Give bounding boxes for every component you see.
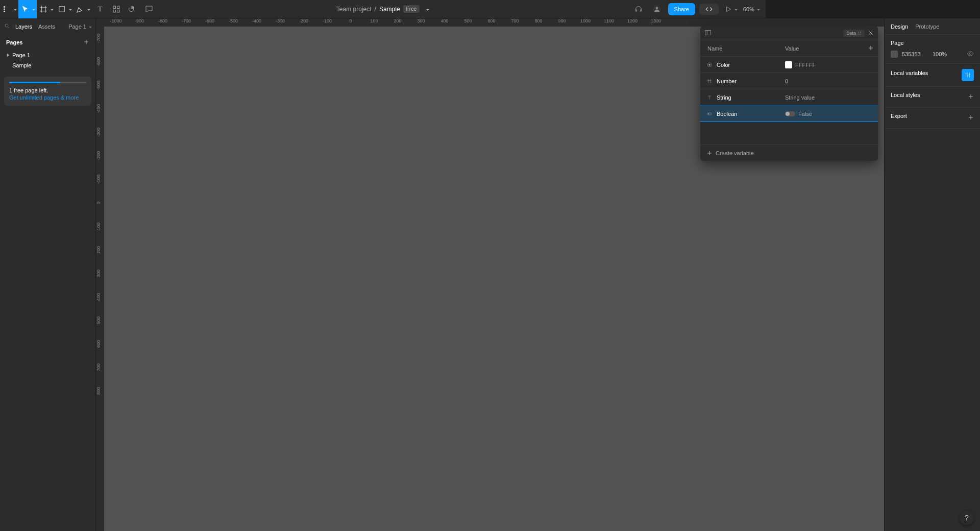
- ruler-tick: 300: [409, 18, 433, 27]
- create-variable-button[interactable]: Create variable: [700, 144, 766, 161]
- resources-button[interactable]: [108, 0, 125, 18]
- variable-name: Color: [717, 62, 766, 68]
- ruler-tick: 300: [96, 261, 104, 285]
- ruler-tick: 0: [96, 191, 104, 214]
- file-name[interactable]: Sample: [379, 6, 400, 13]
- ruler-tick: 900: [550, 18, 574, 27]
- add-page-button[interactable]: [83, 39, 89, 46]
- file-menu-chevron[interactable]: [425, 6, 429, 12]
- svg-point-9: [655, 7, 658, 9]
- avatar-icon: [652, 5, 662, 14]
- chevron-down-icon: [12, 6, 16, 12]
- chevron-down-icon: [49, 6, 53, 12]
- ruler-tick: -700: [96, 27, 104, 50]
- sidebar-toggle-button[interactable]: [704, 29, 712, 37]
- number-variable-icon: [706, 78, 714, 84]
- page-item[interactable]: Page 1: [0, 50, 95, 60]
- ruler-tick: -1000: [104, 18, 128, 27]
- svg-point-13: [709, 64, 710, 65]
- frame-icon: [39, 5, 48, 14]
- svg-rect-0: [4, 6, 5, 8]
- ruler-tick: 1200: [621, 18, 644, 27]
- pen-tool-button[interactable]: [74, 0, 92, 18]
- ruler-tick: 1000: [574, 18, 597, 27]
- ruler-tick: -400: [96, 97, 104, 120]
- ruler-corner: [96, 18, 104, 27]
- toolbar-left: [0, 0, 157, 18]
- variable-row-string[interactable]: String String value: [700, 89, 766, 106]
- variables-header: Beta: [700, 26, 766, 40]
- present-button[interactable]: [723, 6, 739, 13]
- ruler-tick: -800: [151, 18, 175, 27]
- layer-item[interactable]: Sample: [0, 60, 95, 70]
- text-icon: [95, 5, 105, 14]
- ruler-tick: -400: [245, 18, 268, 27]
- ruler-vertical: -700-600-500-400-300-200-100010020030040…: [96, 27, 104, 415]
- ruler-tick: -200: [292, 18, 315, 27]
- left-panel-tabs: Layers Assets Page 1: [0, 18, 95, 35]
- main-menu-button[interactable]: [0, 0, 18, 18]
- ruler-tick: -900: [128, 18, 151, 27]
- svg-rect-2: [4, 11, 5, 12]
- ruler-tick: 600: [96, 332, 104, 355]
- chevron-down-icon: [755, 6, 760, 12]
- move-tool-button[interactable]: [18, 0, 37, 18]
- zoom-value: 60%: [743, 6, 754, 12]
- svg-point-10: [5, 24, 8, 27]
- chevron-down-icon: [87, 23, 91, 30]
- team-project-link[interactable]: Team project: [336, 6, 372, 13]
- banner-upgrade-link[interactable]: Get unlimited pages & more: [9, 94, 86, 101]
- svg-rect-4: [113, 6, 116, 9]
- ruler-tick: 700: [503, 18, 527, 27]
- ruler-tick: 600: [480, 18, 503, 27]
- variable-name: Number: [717, 78, 766, 84]
- hand-tool-button[interactable]: [125, 0, 141, 18]
- triangle-right-icon: [6, 53, 10, 57]
- share-button[interactable]: Share: [668, 3, 695, 15]
- panel-icon: [704, 29, 712, 36]
- variable-name: String: [717, 94, 766, 101]
- ruler-tick: -100: [96, 167, 104, 191]
- file-breadcrumb: Team project / Sample Free: [336, 5, 429, 13]
- ruler-tick: 800: [96, 379, 104, 402]
- ruler-tick: 1300: [644, 18, 668, 27]
- frame-tool-button[interactable]: [37, 0, 55, 18]
- tab-assets[interactable]: Assets: [35, 21, 58, 32]
- page-name: Page 1: [12, 52, 30, 58]
- ruler-tick: -300: [268, 18, 292, 27]
- page-selector[interactable]: Page 1: [68, 23, 91, 30]
- variable-row-boolean[interactable]: Boolean False: [700, 106, 766, 122]
- chevron-down-icon: [67, 6, 71, 12]
- code-icon: [704, 6, 714, 13]
- search-button[interactable]: [4, 23, 10, 30]
- chevron-down-icon: [86, 6, 90, 12]
- zoom-menu[interactable]: 60%: [743, 6, 760, 12]
- dev-mode-toggle[interactable]: [699, 4, 719, 15]
- variable-row-number[interactable]: Number 0: [700, 73, 766, 89]
- comment-tool-button[interactable]: [141, 0, 157, 18]
- ruler-tick: 1100: [597, 18, 621, 27]
- svg-rect-11: [705, 30, 711, 35]
- svg-rect-3: [59, 6, 65, 12]
- svg-rect-1: [4, 8, 5, 10]
- svg-rect-6: [113, 10, 116, 12]
- shape-tool-button[interactable]: [55, 0, 74, 18]
- variable-row-color[interactable]: Color FFFFFF: [700, 57, 766, 73]
- ruler-tick: 100: [362, 18, 386, 27]
- ruler-tick: 400: [433, 18, 456, 27]
- ruler-tick: 800: [527, 18, 550, 27]
- audio-button[interactable]: [631, 2, 646, 16]
- canvas[interactable]: -1000-900-800-700-600-500-400-300-200-10…: [96, 18, 766, 415]
- ruler-tick: -600: [198, 18, 222, 27]
- tab-layers[interactable]: Layers: [12, 21, 35, 32]
- svg-rect-7: [117, 10, 120, 12]
- variables-panel: Beta Name Value Color FFFFFF Number 0 St…: [700, 26, 766, 161]
- variable-name: Boolean: [717, 111, 766, 117]
- layer-name: Sample: [12, 62, 31, 68]
- text-tool-button[interactable]: [92, 0, 108, 18]
- search-icon: [4, 23, 10, 29]
- toolbar: Team project / Sample Free Share 60%: [0, 0, 766, 18]
- plan-badge: Free: [403, 5, 420, 13]
- avatar[interactable]: [650, 2, 664, 16]
- upgrade-banner: 1 free page left. Get unlimited pages & …: [4, 77, 91, 106]
